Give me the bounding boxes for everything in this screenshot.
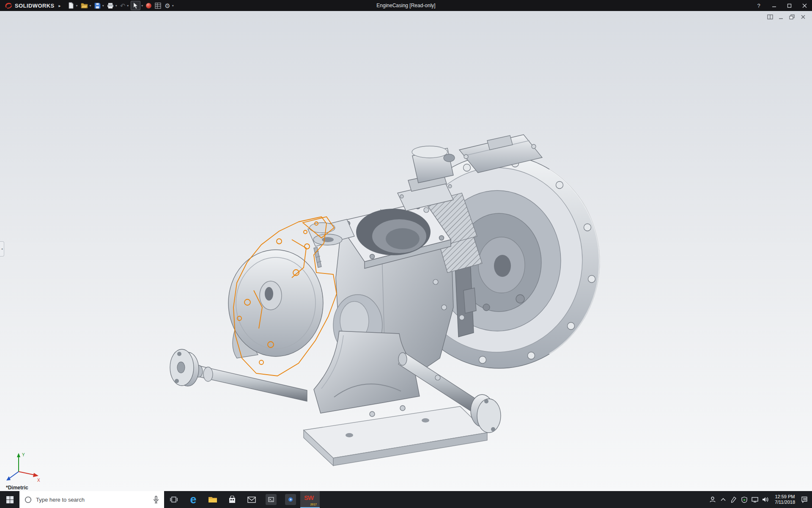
open-icon[interactable] (79, 1, 90, 10)
edge-icon: e (190, 494, 196, 505)
pen-icon[interactable] (729, 491, 739, 508)
window-app-icon (266, 494, 277, 505)
window-controls: ? (751, 0, 812, 11)
doc-minimize-icon[interactable] (778, 14, 784, 19)
hidden-icons-chevron-icon[interactable] (718, 491, 729, 508)
graphics-viewport[interactable]: ◂ (0, 11, 812, 491)
defender-shield-icon[interactable] (739, 491, 750, 508)
search-box[interactable]: Type here to search (19, 491, 164, 508)
options-dropdown-icon[interactable]: ▾ (172, 4, 175, 8)
undo-dropdown-icon[interactable]: ▾ (127, 4, 130, 8)
new-document-dropdown-icon[interactable]: ▾ (76, 4, 79, 8)
select-cursor-icon[interactable] (131, 1, 140, 10)
undo-icon[interactable]: ↶ (118, 1, 127, 10)
app-name-label: SOLIDWORKS (15, 3, 55, 9)
file-properties-icon[interactable] (153, 1, 163, 10)
feature-panel-expand-tab[interactable]: ◂ (0, 241, 4, 257)
clock-date: 7/11/2018 (775, 500, 795, 505)
microphone-icon[interactable] (153, 496, 159, 503)
action-center-icon[interactable] (799, 491, 809, 508)
triad-y-label: Y (22, 453, 25, 457)
windows-taskbar: Type here to search e (0, 491, 812, 508)
solidworks-app-button[interactable]: SW 2017 (300, 491, 320, 508)
media-app-icon (285, 494, 296, 505)
window-app-button[interactable] (261, 491, 281, 508)
clock-time: 12:59 PM (775, 494, 795, 500)
tile-window-icon[interactable] (767, 14, 773, 19)
pinned-apps: e (164, 491, 320, 508)
volume-icon[interactable] (760, 491, 771, 508)
system-tray: 12:59 PM 7/11/2018 (708, 491, 812, 508)
doc-restore-icon[interactable] (789, 14, 795, 19)
print-icon[interactable] (105, 1, 115, 10)
task-view-icon (170, 496, 178, 503)
document-window-controls (767, 14, 806, 19)
select-dropdown-icon[interactable]: ▾ (141, 4, 144, 8)
windows-logo-icon (6, 496, 14, 503)
dassault-logo-icon (4, 2, 13, 9)
solidworks-logo: SOLIDWORKS (0, 2, 57, 9)
close-button[interactable] (797, 0, 812, 11)
doc-close-icon[interactable] (800, 14, 806, 19)
edit-appearances-icon[interactable] (144, 1, 153, 10)
app-titlebar: SOLIDWORKS ▸ ▾ ▾ ▾ ▾ ↶ ▾ ▾ ⚙ ▾ EngineCas… (0, 0, 812, 11)
minimize-button[interactable] (766, 0, 782, 11)
triad-x-label: X (37, 478, 40, 483)
search-placeholder: Type here to search (36, 497, 85, 503)
media-app-button[interactable] (281, 491, 300, 508)
store-icon (228, 496, 236, 504)
mail-icon (247, 497, 256, 503)
help-button[interactable]: ? (751, 0, 766, 11)
people-icon[interactable] (708, 491, 718, 508)
maximize-button[interactable] (782, 0, 797, 11)
edge-button[interactable]: e (184, 491, 203, 508)
file-explorer-button[interactable] (203, 491, 222, 508)
start-button[interactable] (0, 491, 19, 508)
3d-model-canvas[interactable]: Y X (0, 11, 812, 491)
task-view-button[interactable] (164, 491, 184, 508)
save-dropdown-icon[interactable]: ▾ (102, 4, 105, 8)
taskbar-clock[interactable]: 12:59 PM 7/11/2018 (771, 494, 799, 505)
print-dropdown-icon[interactable]: ▾ (115, 4, 118, 8)
view-orientation-label: *Dimetric (6, 485, 28, 491)
store-button[interactable] (222, 491, 242, 508)
solidworks-app-icon: SW 2017 (304, 494, 316, 505)
menu-expand-arrow-icon[interactable]: ▸ (59, 3, 61, 8)
file-explorer-icon (208, 496, 217, 503)
new-document-icon[interactable] (66, 1, 76, 10)
cortana-icon (25, 496, 32, 503)
save-icon[interactable] (93, 1, 102, 10)
standard-toolbar: ▾ ▾ ▾ ▾ ↶ ▾ ▾ ⚙ ▾ (66, 1, 175, 10)
mail-button[interactable] (242, 491, 261, 508)
options-gear-icon[interactable]: ⚙ (163, 1, 172, 10)
network-icon[interactable] (750, 491, 760, 508)
open-dropdown-icon[interactable]: ▾ (90, 4, 93, 8)
